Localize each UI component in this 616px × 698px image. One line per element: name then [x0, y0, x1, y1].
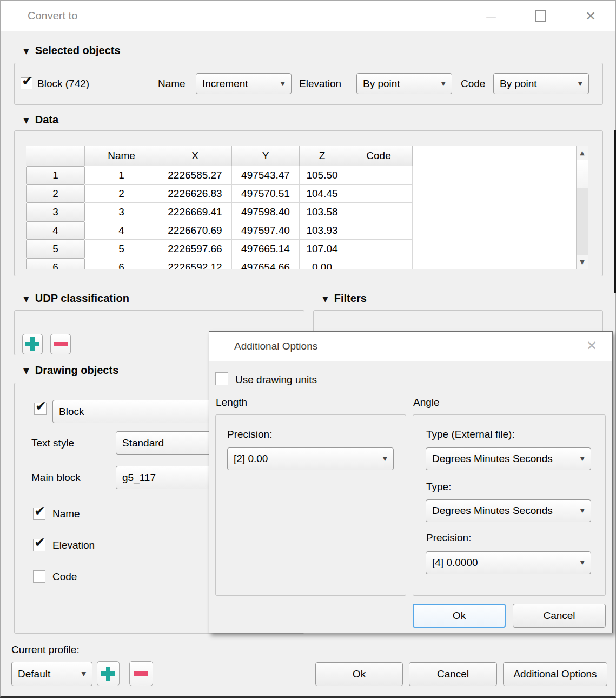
- angle-type-external-select[interactable]: Degrees Minutes Seconds ▼: [426, 447, 591, 470]
- scrollbar-track[interactable]: [577, 188, 588, 256]
- selected-value: By point: [500, 78, 537, 90]
- cell-code[interactable]: [345, 221, 413, 240]
- name-checkbox[interactable]: ✔: [33, 508, 45, 520]
- cell-y[interactable]: 497665.14: [232, 240, 300, 258]
- angle-type-select[interactable]: Degrees Minutes Seconds ▼: [426, 499, 591, 522]
- profile-add-button[interactable]: [97, 661, 120, 686]
- cell-name[interactable]: 3: [85, 203, 158, 221]
- cell-code[interactable]: [345, 258, 413, 269]
- dialog-cancel-button[interactable]: Cancel: [513, 604, 606, 628]
- section-title: Selected objects: [35, 44, 121, 57]
- additional-options-button[interactable]: Additional Options: [503, 662, 607, 686]
- cell-y[interactable]: 497570.51: [232, 185, 300, 203]
- cell-z[interactable]: 103.58: [300, 203, 345, 221]
- column-header-name[interactable]: Name: [85, 146, 158, 166]
- dialog-titlebar[interactable]: Additional Options ✕: [209, 332, 612, 361]
- cell-z[interactable]: 103.93: [300, 221, 345, 240]
- selected-value: Default: [18, 668, 50, 680]
- row-header[interactable]: 2: [26, 185, 85, 203]
- cell-code[interactable]: [345, 166, 413, 185]
- cancel-button[interactable]: Cancel: [409, 662, 497, 686]
- maximize-button[interactable]: [528, 1, 553, 31]
- section-data[interactable]: ▼ Data: [23, 114, 58, 126]
- length-precision-select[interactable]: [2] 0.00 ▼: [227, 447, 394, 470]
- udp-add-button[interactable]: [22, 334, 43, 354]
- selected-value: g5_117: [122, 472, 156, 484]
- cell-z[interactable]: 107.04: [300, 240, 345, 258]
- selected-value: [4] 0.0000: [432, 557, 478, 569]
- cell-y[interactable]: 497598.40: [232, 203, 300, 221]
- section-selected-objects[interactable]: ▼ Selected objects: [23, 44, 121, 57]
- block-count-label: Block (742): [37, 78, 89, 90]
- elevation-mode-select[interactable]: By point ▼: [356, 73, 452, 94]
- code-checkbox[interactable]: [33, 570, 45, 583]
- cell-y[interactable]: 497543.47: [232, 166, 300, 185]
- check-icon: ✔: [34, 504, 45, 519]
- close-button[interactable]: ✕: [578, 1, 603, 31]
- cell-z[interactable]: 0.00: [300, 258, 345, 269]
- ok-button[interactable]: Ok: [315, 662, 403, 686]
- dialog-close-button[interactable]: ✕: [586, 338, 597, 353]
- cell-name[interactable]: 2: [85, 185, 158, 203]
- minimize-button[interactable]: —: [479, 1, 504, 31]
- cell-y[interactable]: 497597.40: [232, 221, 300, 240]
- row-header[interactable]: 5: [26, 240, 85, 258]
- row-header[interactable]: 1: [26, 166, 85, 185]
- add-icon: [101, 667, 115, 681]
- section-drawing-objects[interactable]: ▼ Drawing objects: [23, 364, 118, 377]
- scroll-down-button[interactable]: ▼: [577, 255, 588, 269]
- drawing-block-checkbox[interactable]: ✔: [34, 403, 47, 415]
- column-header-y[interactable]: Y: [232, 146, 300, 166]
- section-filters[interactable]: ▼ Filters: [322, 292, 367, 305]
- table-row: 3 3 2226669.41 497598.40 103.58: [26, 203, 576, 221]
- table-row: 4 4 2226670.69 497597.40 103.93: [26, 221, 576, 240]
- cell-x[interactable]: 2226597.66: [158, 240, 232, 258]
- angle-precision-select[interactable]: [4] 0.0000 ▼: [426, 551, 591, 574]
- cell-code[interactable]: [345, 240, 413, 258]
- name-mode-select[interactable]: Increment ▼: [196, 73, 292, 94]
- dialog-ok-button[interactable]: Ok: [413, 604, 506, 628]
- cell-z[interactable]: 104.45: [300, 185, 345, 203]
- cell-name[interactable]: 1: [85, 166, 158, 185]
- corner-header-cell[interactable]: [26, 146, 85, 166]
- window-titlebar[interactable]: Convert to — ✕: [1, 1, 615, 31]
- cell-name[interactable]: 6: [85, 258, 158, 269]
- cell-x[interactable]: 2226592.12: [158, 258, 232, 269]
- column-header-x[interactable]: X: [158, 146, 232, 166]
- cell-code[interactable]: [345, 185, 413, 203]
- cell-x[interactable]: 2226626.83: [158, 185, 232, 203]
- profile-remove-button[interactable]: [129, 661, 153, 686]
- scroll-up-icon: ▲: [580, 149, 584, 156]
- table-row: 2 2 2226626.83 497570.51 104.45: [26, 185, 576, 203]
- code-mode-select[interactable]: By point ▼: [493, 73, 589, 94]
- maximize-icon: [535, 10, 546, 22]
- use-drawing-units-checkbox[interactable]: [215, 372, 228, 385]
- length-group-label: Length: [216, 397, 247, 409]
- table-vertical-scrollbar[interactable]: ▲ ▼: [576, 146, 588, 269]
- elevation-checkbox[interactable]: ✔: [33, 539, 45, 551]
- cell-code[interactable]: [345, 203, 413, 221]
- column-header-code[interactable]: Code: [345, 146, 413, 166]
- scrollbar-thumb[interactable]: [577, 160, 588, 188]
- profile-select[interactable]: Default ▼: [11, 662, 92, 686]
- udp-remove-button[interactable]: [50, 334, 71, 354]
- row-header[interactable]: 6: [26, 258, 85, 269]
- chevron-down-icon: ▼: [578, 80, 582, 87]
- column-header-z[interactable]: Z: [300, 146, 345, 166]
- minimize-icon: —: [486, 10, 496, 23]
- cell-x[interactable]: 2226669.41: [158, 203, 232, 221]
- row-header[interactable]: 4: [26, 221, 85, 240]
- row-header[interactable]: 3: [26, 203, 85, 221]
- additional-options-dialog: Additional Options ✕ Use drawing units L…: [209, 331, 613, 633]
- cell-x[interactable]: 2226585.27: [158, 166, 232, 185]
- window-title: Convert to: [28, 10, 77, 22]
- cell-name[interactable]: 4: [85, 221, 158, 240]
- section-udp-classification[interactable]: ▼ UDP classification: [23, 292, 129, 305]
- cell-y[interactable]: 497654.66: [232, 258, 300, 269]
- block-checkbox[interactable]: ✔: [21, 77, 32, 89]
- remove-icon: [54, 342, 68, 346]
- scroll-up-button[interactable]: ▲: [577, 146, 588, 160]
- cell-x[interactable]: 2226670.69: [158, 221, 232, 240]
- cell-name[interactable]: 5: [85, 240, 158, 258]
- cell-z[interactable]: 105.50: [300, 166, 345, 185]
